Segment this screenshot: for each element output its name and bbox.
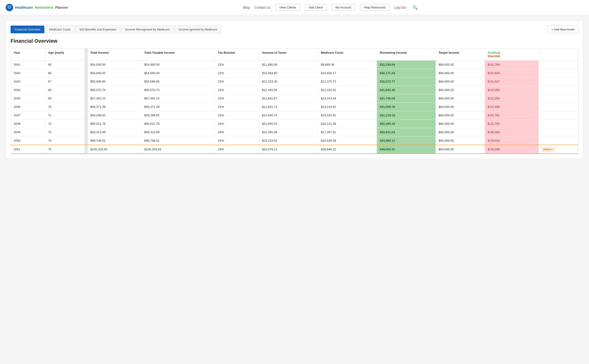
table-row: 2049 73 $93,313.99 $93,313.99 24% $22,39… xyxy=(11,128,578,136)
cell-medicare: $18,538.38 xyxy=(318,136,377,145)
cell-year: 2042 xyxy=(11,69,45,77)
cell-tax-bracket: 22% xyxy=(215,77,259,86)
cell-surplus: $-30,369 xyxy=(485,128,539,136)
th-taxes: Amount of Taxes xyxy=(259,49,318,60)
cell-tax-bracket: 22% xyxy=(215,94,259,103)
nav: Blog Contact Us View Clients Add Client … xyxy=(78,4,583,11)
cell-age: 75 xyxy=(45,145,84,154)
my-account-button[interactable]: My Account xyxy=(332,4,355,11)
main-content: Financial Overview Medicare Costs SSI Be… xyxy=(0,15,589,165)
cell-total-income: $54,000.00 xyxy=(87,60,141,69)
table-row: 2050 74 $96,748.01 $96,748.01 24% $23,21… xyxy=(11,136,578,145)
cell-total-income: $58,371.39 xyxy=(87,103,141,111)
tab-income-ignored[interactable]: Income Ignored by Medicare xyxy=(175,26,221,33)
th-age: Age (mark) xyxy=(45,49,84,60)
cell-surplus: $-51,927 xyxy=(485,77,539,86)
tab-medicare-costs[interactable]: Medicare Costs xyxy=(45,26,74,33)
cell-note xyxy=(539,86,578,94)
table-row: 2043 67 $55,696.80 $55,696.80 22% $12,25… xyxy=(11,77,578,86)
cell-medicare: $17,287.61 xyxy=(318,128,377,136)
add-new-asset-button[interactable]: + Add New Asset xyxy=(547,26,578,33)
search-icon[interactable]: 🔍 xyxy=(412,5,418,10)
add-client-button[interactable]: Add Client xyxy=(305,4,327,11)
cell-tax-bracket: 22% xyxy=(215,86,259,94)
cell-surplus: $-31,705 xyxy=(485,120,539,128)
cell-total-income: $55,696.80 xyxy=(87,77,141,86)
cell-total-income: $56,570.74 xyxy=(87,86,141,94)
cell-remaining: $31,509.76 xyxy=(377,103,436,111)
cell-year: 2050 xyxy=(11,136,45,145)
cell-age: 67 xyxy=(45,77,84,86)
cell-surplus: $-34,398 xyxy=(485,145,539,154)
cell-target: $84,000.00 xyxy=(436,69,485,77)
cell-remaining: $31,746.04 xyxy=(377,94,436,103)
cell-medicare: $14,019.92 xyxy=(318,103,377,111)
view-clients-button[interactable]: View Clients xyxy=(275,4,300,11)
cell-total-taxable: $56,570.74 xyxy=(141,86,215,94)
cell-age: 66 xyxy=(45,69,84,77)
cell-total-taxable: $100,329.64 xyxy=(141,145,215,154)
th-note xyxy=(539,49,578,60)
cell-total-income: $93,313.99 xyxy=(87,128,141,136)
cell-sep xyxy=(85,128,87,136)
table-row: 2042 66 $54,840.00 $54,840.00 22% $12,06… xyxy=(11,69,578,77)
table-header-row: Year Age (mark) Total Income Total Taxab… xyxy=(11,49,578,60)
cell-total-taxable: $57,462.15 xyxy=(141,94,215,103)
cell-medicare: $12,192.81 xyxy=(318,86,377,94)
th-remaining: Remaining Income xyxy=(377,49,436,60)
cell-surplus: $-52,254 xyxy=(485,94,539,103)
cell-remaining: $49,602.31 xyxy=(377,145,436,154)
tab-income-recognized[interactable]: Income Recognized by Medicare xyxy=(121,26,174,33)
logo-icon: 🛡 xyxy=(6,4,13,11)
cell-tax-bracket: 24% xyxy=(215,128,259,136)
cell-year: 2048 xyxy=(11,120,45,128)
cell-note: IRMAA+ xyxy=(539,145,578,154)
cell-target: $84,000.00 xyxy=(436,120,485,128)
cell-year: 2041 xyxy=(11,60,45,69)
cell-remaining: $31,932.36 xyxy=(377,86,436,94)
log-out-link[interactable]: Log Out xyxy=(394,6,406,9)
cell-remaining: $52,295.18 xyxy=(377,120,436,128)
cell-total-income: $59,298.82 xyxy=(87,111,141,120)
cell-medicare: $26,648.22 xyxy=(318,145,377,154)
nav-contact[interactable]: Contact Us xyxy=(254,6,271,9)
tabs-row: Financial Overview Medicare Costs SSI Be… xyxy=(11,26,578,33)
cell-tax-bracket: 22% xyxy=(215,103,259,111)
cell-note xyxy=(539,103,578,111)
cell-total-taxable: $54,840.00 xyxy=(141,69,215,77)
cell-total-taxable: $59,298.82 xyxy=(141,111,215,120)
cell-tax-bracket: 22% xyxy=(215,69,259,77)
cell-note xyxy=(539,60,578,69)
cell-surplus: $-52,490 xyxy=(485,103,539,111)
cell-tax-bracket: 24% xyxy=(215,120,259,128)
cell-year: 2049 xyxy=(11,128,45,136)
cell-remaining: $53,631.03 xyxy=(377,128,436,136)
cell-note xyxy=(539,136,578,145)
tab-ssi-benefits[interactable]: SSI Benefits and Expenses xyxy=(75,26,120,33)
table-row: 2046 70 $58,371.39 $58,371.39 22% $12,84… xyxy=(11,103,578,111)
cell-total-taxable: $93,313.99 xyxy=(141,128,215,136)
cell-remaining: $32,072.77 xyxy=(377,77,436,86)
cell-year: 2046 xyxy=(11,103,45,111)
cell-note xyxy=(539,94,578,103)
nav-blog[interactable]: Blog xyxy=(243,6,250,9)
cell-taxes: $12,445.56 xyxy=(259,86,318,94)
cell-age: 65 xyxy=(45,60,84,69)
th-surplus-slash: / xyxy=(499,51,500,54)
logo-retirement: Retirement xyxy=(35,5,53,9)
tab-financial-overview[interactable]: Financial Overview xyxy=(11,26,44,33)
table-row: 2044 68 $56,570.74 $56,570.74 22% $12,44… xyxy=(11,86,578,94)
cell-target: $84,000.00 xyxy=(436,145,485,154)
th-tax-bracket: Tax Bracket xyxy=(215,49,259,60)
cell-surplus: $-51,769 xyxy=(485,60,539,69)
th-total-taxable: Total Taxable Income xyxy=(141,49,215,60)
irmaa-badge: IRMAA+ xyxy=(542,147,555,151)
cell-sep xyxy=(85,94,87,103)
table-row: 2048 72 $90,021.76 $90,021.76 24% $21,60… xyxy=(11,120,578,128)
help-resources-button[interactable]: Help Resources xyxy=(360,4,390,11)
cell-age: 73 xyxy=(45,128,84,136)
cell-sep xyxy=(85,120,87,128)
cell-age: 74 xyxy=(45,136,84,145)
cell-age: 68 xyxy=(45,86,84,94)
cell-remaining: $32,171.03 xyxy=(377,69,436,77)
